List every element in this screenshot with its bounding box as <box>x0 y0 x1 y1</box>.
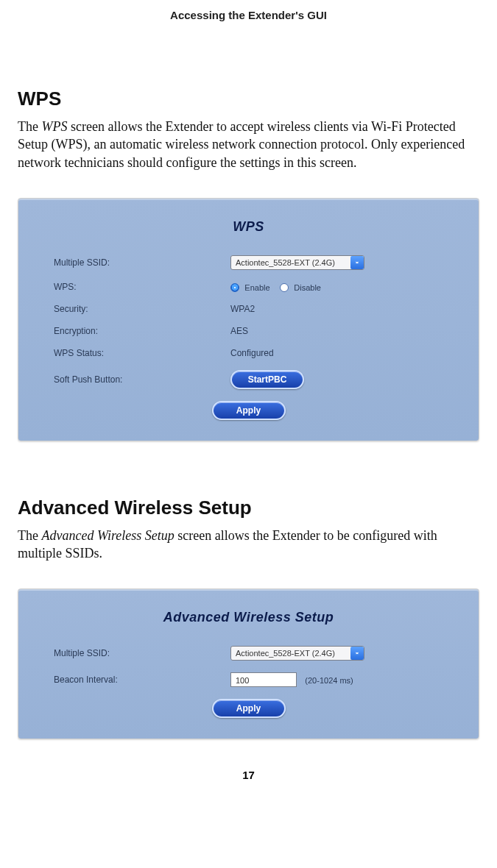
startpbc-button[interactable]: StartPBC <box>230 370 304 389</box>
section-advanced-body: The Advanced Wireless Setup screen allow… <box>18 527 479 563</box>
label-encryption: Encryption: <box>39 326 230 336</box>
body2-text-pre: The <box>18 528 41 543</box>
doc-header: Accessing the Extender's GUI <box>18 9 479 21</box>
advanced-panel: Advanced Wireless Setup Multiple SSID: A… <box>18 588 479 739</box>
row-wps-status: WPS Status: Configured <box>39 348 458 358</box>
row-encryption: Encryption: AES <box>39 326 458 336</box>
label-wps-status: WPS Status: <box>39 348 230 358</box>
label-wps: WPS: <box>39 282 230 292</box>
value-wps-status: Configured <box>230 348 458 358</box>
chevron-down-icon <box>350 647 364 660</box>
chevron-down-icon <box>350 256 364 269</box>
body-text-pre: The <box>18 119 41 134</box>
body2-text-italic: Advanced Wireless Setup <box>41 528 174 543</box>
select2-multiple-ssid[interactable]: Actiontec_5528-EXT (2.4G) <box>230 646 364 661</box>
row-wps: WPS: Enable Disable <box>39 282 458 292</box>
label-soft-push: Soft Push Button: <box>39 374 230 385</box>
label-beacon: Beacon Interval: <box>39 675 230 685</box>
select-multiple-ssid[interactable]: Actiontec_5528-EXT (2.4G) <box>230 255 364 270</box>
section-wps-title: WPS <box>18 88 479 110</box>
row-beacon: Beacon Interval: 100 (20-1024 ms) <box>39 672 458 687</box>
row-multiple-ssid: Multiple SSID: Actiontec_5528-EXT (2.4G) <box>39 255 458 270</box>
value-security: WPA2 <box>230 304 458 314</box>
select2-multiple-ssid-value: Actiontec_5528-EXT (2.4G) <box>236 649 346 658</box>
row-soft-push: Soft Push Button: StartPBC <box>39 370 458 389</box>
input-beacon-interval[interactable]: 100 <box>230 672 297 687</box>
section-wps-body: The WPS screen allows the Extender to ac… <box>18 118 479 171</box>
page-number: 17 <box>18 769 479 781</box>
section-advanced-title: Advanced Wireless Setup <box>18 497 479 519</box>
body-text-italic: WPS <box>41 119 67 134</box>
radio-wps-enable-label: Enable <box>244 283 269 292</box>
label2-multiple-ssid: Multiple SSID: <box>39 648 230 658</box>
label-security: Security: <box>39 304 230 314</box>
select-multiple-ssid-value: Actiontec_5528-EXT (2.4G) <box>236 258 346 267</box>
radio-wps-enable[interactable] <box>230 283 239 292</box>
wps-apply-button[interactable]: Apply <box>212 401 286 420</box>
row-security: Security: WPA2 <box>39 304 458 314</box>
radio-wps-disable[interactable] <box>280 283 289 292</box>
radio-wps-disable-label: Disable <box>294 283 321 292</box>
hint-beacon: (20-1024 ms) <box>305 676 353 685</box>
wps-panel-title: WPS <box>39 219 458 235</box>
body-text-post: screen allows the Extender to accept wir… <box>18 119 465 170</box>
value-encryption: AES <box>230 326 458 336</box>
advanced-apply-button[interactable]: Apply <box>212 699 286 718</box>
wps-panel: WPS Multiple SSID: Actiontec_5528-EXT (2… <box>18 198 479 441</box>
row2-multiple-ssid: Multiple SSID: Actiontec_5528-EXT (2.4G) <box>39 646 458 661</box>
label-multiple-ssid: Multiple SSID: <box>39 257 230 268</box>
advanced-panel-title: Advanced Wireless Setup <box>39 610 458 625</box>
